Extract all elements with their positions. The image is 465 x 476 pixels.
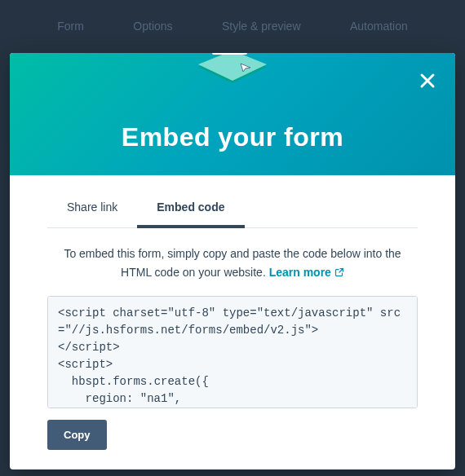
bg-tab: Form <box>57 20 84 33</box>
external-link-icon <box>334 267 344 277</box>
tab-share-link[interactable]: Share link <box>47 191 137 228</box>
modal-body: Share link Embed code To embed this form… <box>10 175 455 469</box>
tab-bar: Share link Embed code <box>47 190 418 228</box>
desc-text: To embed this form, simply copy and past… <box>64 247 401 278</box>
close-button[interactable] <box>416 69 439 92</box>
form-illustration-icon <box>192 53 273 90</box>
bg-tab: Options <box>133 20 172 33</box>
embed-description: To embed this form, simply copy and past… <box>47 245 418 281</box>
svg-marker-1 <box>198 53 267 81</box>
embed-modal: Embed your form Share link Embed code To… <box>10 53 455 469</box>
background-nav: Form Options Style & preview Automation <box>0 20 465 33</box>
learn-more-link[interactable]: Learn more <box>269 263 344 281</box>
modal-header: Embed your form <box>10 53 455 175</box>
embed-code-textarea[interactable]: <script charset="utf-8" type="text/javas… <box>47 296 418 408</box>
bg-tab: Automation <box>350 20 408 33</box>
svg-rect-2 <box>212 53 247 55</box>
close-icon <box>416 69 439 92</box>
modal-title: Embed your form <box>122 122 343 152</box>
copy-button[interactable]: Copy <box>47 420 107 450</box>
bg-tab: Style & preview <box>222 20 300 33</box>
tab-embed-code[interactable]: Embed code <box>137 191 244 228</box>
